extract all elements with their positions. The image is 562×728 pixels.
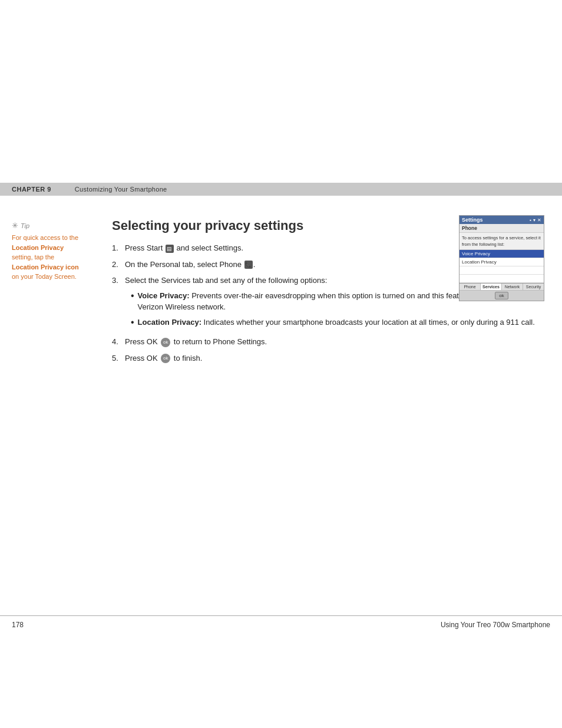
ps-titlebar: Settings ▪ ▾ ✕ [459,216,544,224]
bullet-location-privacy: • Location Privacy: Indicates whether yo… [131,317,550,328]
chapter-bar: CHAPTER 9 Customizing Your Smartphone [0,183,562,196]
ps-list-item-2[interactable]: Location Privacy [459,258,544,266]
step-4-num: 4. [112,336,121,348]
ps-signal-icon: ▾ [533,218,535,223]
location-privacy-term: Location Privacy: [138,318,201,327]
tip-line3: setting, tap the [12,253,54,261]
ps-section-label: Phone [459,224,544,233]
tip-star-icon: ✳ [12,221,18,230]
tip-line5: on your Today Screen. [12,273,77,280]
step-4: 4. Press OK ok to return to Phone Settin… [112,336,550,348]
ps-list-item-1[interactable]: Voice Privacy [459,250,544,258]
ps-tab-services[interactable]: Services [481,284,502,290]
phone-screenshot: Settings ▪ ▾ ✕ Phone To access settings … [459,215,544,301]
ok-icon-1: ok [161,338,170,347]
step-5: 5. Press OK ok to finish. [112,353,550,364]
ps-list: Voice Privacy Location Privacy [459,250,544,283]
voice-privacy-term: Voice Privacy: [138,291,190,300]
bullet-dot-1: • [131,290,134,313]
ps-bottom-bar: ok [459,290,544,301]
step-2-num: 2. [112,259,121,271]
footer-title: Using Your Treo 700w Smartphone [441,621,550,629]
step-5-content: Press OK ok to finish. [125,353,550,364]
ps-close-icon: ✕ [537,218,541,223]
ps-tab-phone[interactable]: Phone [459,284,481,290]
ps-ok-button[interactable]: ok [495,292,508,299]
tip-text: For quick access to the Location Privacy… [12,233,94,282]
ps-list-item-4 [459,275,544,283]
ps-battery-icon: ▪ [530,218,531,223]
tip-header: ✳ Tip [12,221,94,230]
step-3-num: 3. [112,275,121,331]
ps-tab-security[interactable]: Security [523,284,544,290]
tip-label: Tip [21,222,29,229]
start-icon: ▤ [166,245,174,253]
ok-icon-2: ok [161,354,170,363]
tip-sidebar: ✳ Tip For quick access to the Location P… [12,218,106,368]
ps-status-icons: ▪ ▾ ✕ [530,218,541,223]
tip-line2: Location Privacy [12,244,64,251]
step-4-content: Press OK ok to return to Phone Settings. [125,336,550,348]
bullet-dot-2: • [131,317,134,328]
ps-tabs: Phone Services Network Security [459,283,544,290]
chapter-label: CHAPTER 9 [12,186,51,193]
bullet-location-text: Location Privacy: Indicates whether your… [138,317,535,328]
ps-tab-network[interactable]: Network [502,284,523,290]
page-number: 178 [12,621,24,629]
chapter-title: Customizing Your Smartphone [75,186,167,193]
footer-bar: 178 Using Your Treo 700w Smartphone [0,615,562,634]
ps-description: To access settings for a service, select… [459,233,544,250]
step-1-num: 1. [112,242,121,254]
tip-line4: Location Privacy icon [12,263,79,271]
phone-icon: 📞 [244,261,253,269]
step-5-num: 5. [112,353,121,364]
ps-list-item-3 [459,266,544,275]
ps-title: Settings [462,217,483,223]
tip-line1: For quick access to the [12,234,78,241]
